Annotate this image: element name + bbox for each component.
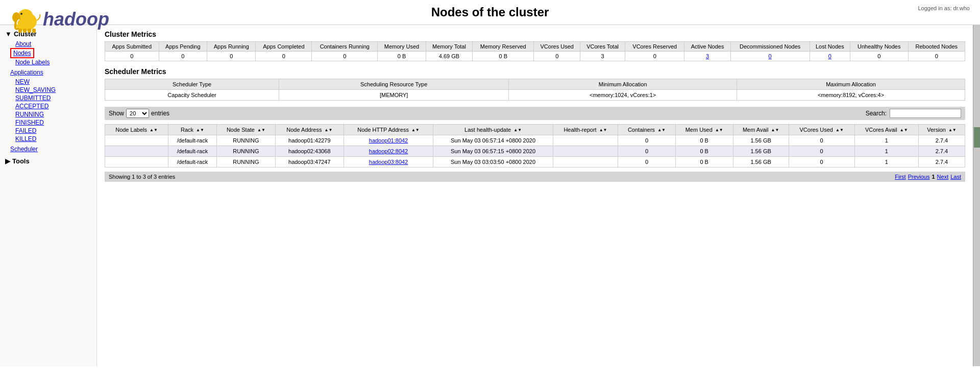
cm-col-10: VCores Reserved — [625, 42, 684, 52]
sidebar-item-about[interactable]: About — [10, 40, 91, 48]
cm-link-active-nodes[interactable]: 3 — [706, 53, 709, 59]
cm-link-lost-nodes[interactable]: 0 — [828, 53, 831, 59]
sidebar-item-failed[interactable]: FAILED — [10, 127, 91, 135]
sort-arrows-mem-used[interactable]: ▲▼ — [715, 128, 723, 132]
sm-col-1: Scheduling Resource Type — [279, 79, 509, 90]
cell-node-address: hadoop03:47247 — [275, 157, 344, 168]
cm-col-14: Unhealthy Nodes — [850, 42, 909, 52]
sort-arrows-node-state[interactable]: ▲▼ — [257, 128, 265, 132]
cm-val-7: 0 B — [473, 52, 534, 61]
cell-health-update: Sun May 03 06:57:15 +0800 2020 — [433, 146, 553, 157]
cell-vcores-avail: 1 — [854, 135, 918, 146]
cell-version: 2.7.4 — [919, 135, 965, 146]
sort-arrows-containers[interactable]: ▲▼ — [657, 128, 666, 132]
show-entries-select[interactable]: 20 50 100 — [126, 109, 149, 118]
col-node-state: Node State ▲▼ — [216, 125, 275, 135]
cm-val-11: 3 — [684, 52, 730, 61]
nodes-table-header-row: Node Labels ▲▼ Rack ▲▼ Node State ▲▼ Nod… — [105, 125, 965, 135]
sort-arrows-vcores-avail[interactable]: ▲▼ — [900, 128, 908, 132]
col-containers: Containers ▲▼ — [618, 125, 676, 135]
search-area: Search: — [866, 109, 961, 118]
cm-col-7: Memory Reserved — [473, 42, 534, 52]
sidebar-item-scheduler[interactable]: Scheduler — [5, 145, 91, 153]
page-previous[interactable]: Previous — [908, 174, 930, 180]
page-last[interactable]: Last — [950, 174, 961, 180]
cell-node-address: hadoop02:43068 — [275, 146, 344, 157]
sidebar-item-running[interactable]: RUNNING — [10, 110, 91, 118]
cm-val-8: 0 — [534, 52, 580, 61]
cell-node-labels — [105, 135, 168, 146]
cell-containers: 0 — [618, 157, 676, 168]
cluster-metrics-title: Cluster Metrics — [105, 30, 965, 38]
sort-arrows-version[interactable]: ▲▼ — [948, 128, 957, 132]
sort-arrows-node-labels[interactable]: ▲▼ — [150, 128, 158, 132]
cell-node-http[interactable]: hadoop02:8042 — [344, 146, 433, 157]
sort-arrows-health-report[interactable]: ▲▼ — [599, 128, 607, 132]
svg-point-3 — [20, 13, 22, 15]
sm-col-3: Maximum Allocation — [737, 79, 965, 90]
cm-val-14: 0 — [850, 52, 909, 61]
cm-col-4: Containers Running — [312, 42, 378, 52]
sort-arrows-health-update[interactable]: ▲▼ — [513, 128, 522, 132]
cell-node-http[interactable]: hadoop03:8042 — [344, 157, 433, 168]
page-first[interactable]: First — [895, 174, 905, 180]
page-1[interactable]: 1 — [932, 174, 935, 180]
svg-rect-7 — [32, 29, 36, 33]
sm-col-0: Scheduler Type — [105, 79, 279, 90]
cell-containers: 0 — [618, 135, 676, 146]
col-last-health-update: Last health-update ▲▼ — [433, 125, 553, 135]
cell-node-state: RUNNING — [216, 135, 275, 146]
sort-arrows-vcores-used[interactable]: ▲▼ — [836, 128, 844, 132]
cm-val-3: 0 — [256, 52, 312, 61]
sidebar-item-submitted[interactable]: SUBMITTED — [10, 94, 91, 102]
scheduler-metrics-table: Scheduler TypeScheduling Resource TypeMi… — [105, 79, 965, 101]
sidebar-item-new[interactable]: NEW — [10, 78, 91, 86]
svg-point-1 — [18, 9, 33, 21]
scheduler-metrics-title: Scheduler Metrics — [105, 67, 965, 76]
cluster-metrics-table: Apps SubmittedApps PendingApps RunningAp… — [105, 41, 965, 61]
scrollbar[interactable] — [973, 25, 980, 366]
footer-bar: Showing 1 to 3 of 3 entries First Previo… — [105, 172, 965, 182]
sidebar-item-applications[interactable]: Applications — [5, 68, 91, 77]
cell-vcores-used: 0 — [789, 157, 854, 168]
sidebar-item-killed[interactable]: KILLED — [10, 135, 91, 143]
sort-arrows-node-http[interactable]: ▲▼ — [411, 128, 420, 132]
col-version: Version ▲▼ — [919, 125, 965, 135]
cell-node-http[interactable]: hadoop01:8042 — [344, 135, 433, 146]
svg-rect-5 — [23, 29, 27, 33]
col-node-http-address: Node HTTP Address ▲▼ — [344, 125, 433, 135]
cell-vcores-used: 0 — [789, 146, 854, 157]
cm-col-3: Apps Completed — [256, 42, 312, 52]
cell-node-http-link[interactable]: hadoop03:8042 — [369, 159, 408, 165]
sort-arrows-rack[interactable]: ▲▼ — [196, 128, 204, 132]
sidebar-item-nodes[interactable]: Nodes — [10, 48, 34, 58]
sort-arrows-node-address[interactable]: ▲▼ — [324, 128, 332, 132]
sidebar-item-finished[interactable]: FINISHED — [10, 118, 91, 127]
cell-mem-used: 0 B — [675, 135, 733, 146]
content-area: Cluster Metrics Apps SubmittedApps Pendi… — [97, 25, 973, 366]
search-input[interactable] — [890, 109, 961, 118]
cell-node-labels — [105, 157, 168, 168]
sm-val-2: <memory:1024, vCores:1> — [509, 90, 737, 101]
cell-vcores-avail: 1 — [854, 157, 918, 168]
scrollbar-thumb[interactable] — [974, 127, 980, 148]
cell-node-http-link[interactable]: hadoop01:8042 — [369, 137, 408, 144]
cm-link-decommissioned-nodes[interactable]: 0 — [769, 53, 772, 59]
col-health-report: Health-report ▲▼ — [553, 125, 618, 135]
cm-col-13: Lost Nodes — [810, 42, 850, 52]
page-title: Nodes of the cluster — [431, 5, 549, 19]
sidebar-item-new-saving[interactable]: NEW_SAVING — [10, 86, 91, 94]
nodes-table: Node Labels ▲▼ Rack ▲▼ Node State ▲▼ Nod… — [105, 124, 965, 168]
cm-col-1: Apps Pending — [159, 42, 207, 52]
cell-mem-used: 0 B — [675, 157, 733, 168]
sm-val-3: <memory:8192, vCores:4> — [737, 90, 965, 101]
search-label: Search: — [866, 110, 887, 117]
sidebar-item-node-labels[interactable]: Node Labels — [10, 58, 91, 66]
page-next[interactable]: Next — [937, 174, 949, 180]
sort-arrows-mem-avail[interactable]: ▲▼ — [771, 128, 779, 132]
cell-health-update: Sun May 03 03:03:50 +0800 2020 — [433, 157, 553, 168]
sm-val-1: [MEMORY] — [279, 90, 509, 101]
cell-health-report — [553, 157, 618, 168]
sidebar-item-accepted[interactable]: ACCEPTED — [10, 102, 91, 110]
cell-node-http-link[interactable]: hadoop02:8042 — [369, 148, 408, 154]
